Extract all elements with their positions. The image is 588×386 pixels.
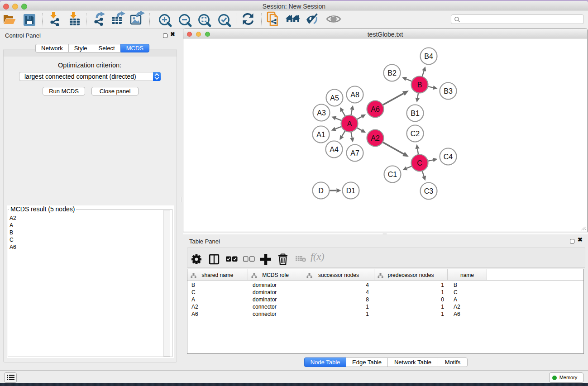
svg-text:A5: A5	[330, 94, 339, 102]
svg-text:A: A	[347, 120, 352, 128]
svg-text:D: D	[318, 187, 324, 195]
svg-text:A2: A2	[371, 134, 380, 142]
svg-text:A3: A3	[317, 109, 326, 117]
svg-text:A4: A4	[330, 146, 339, 153]
svg-text:A6: A6	[371, 105, 380, 113]
svg-text:B1: B1	[411, 110, 420, 117]
svg-text:C3: C3	[424, 187, 434, 195]
svg-text:C: C	[417, 159, 422, 167]
svg-text:C1: C1	[388, 171, 397, 178]
svg-text:A7: A7	[350, 149, 359, 157]
svg-text:C2: C2	[411, 130, 420, 138]
svg-text:B4: B4	[424, 52, 433, 60]
svg-text:C4: C4	[444, 153, 453, 161]
svg-text:B2: B2	[387, 69, 397, 77]
svg-text:A8: A8	[350, 91, 359, 99]
svg-text:B: B	[417, 81, 422, 89]
svg-text:D1: D1	[346, 187, 356, 195]
svg-text:A1: A1	[316, 131, 325, 138]
svg-text:B3: B3	[444, 87, 453, 95]
